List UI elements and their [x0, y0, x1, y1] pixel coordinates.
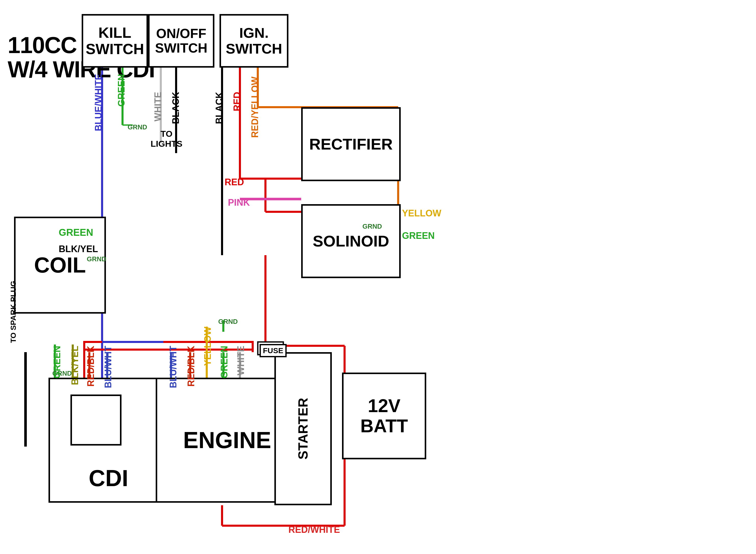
wire-label-yellow-solinoid: YELLOW	[402, 208, 441, 219]
battery-box: 12V BATT	[342, 373, 426, 459]
to-lights-label: TOLIGHTS	[151, 129, 182, 149]
wire-label-green-kill: GREEN	[116, 74, 127, 107]
wire-label-blkyel-coil: BLK/YEL	[59, 244, 98, 255]
engine-wire-green: GREEN	[219, 346, 230, 378]
ign-switch-label: IGN. SWITCH	[226, 25, 282, 56]
wire-label-white-onoff: WHITE	[153, 92, 163, 121]
wire-label-red-horizontal: RED	[225, 177, 244, 187]
onoff-switch-box: ON/OFF SWITCH	[148, 14, 214, 68]
engine-wire-white: WHITE	[235, 346, 246, 375]
wire-label-red-yellow: RED/YELLOW	[250, 76, 260, 138]
wire-label-blue-white: BLUE/WHITE	[93, 74, 104, 131]
rectifier-box: RECTIFIER	[301, 107, 401, 181]
engine-wire-redblk: RED/BLK	[186, 346, 197, 387]
grnd-label-kill-green: GRND	[127, 123, 147, 131]
grnd-label-solinoid: GRND	[363, 223, 382, 230]
coil-label: COIL	[34, 253, 86, 277]
kill-switch-box: KILL SWITCH	[82, 14, 148, 68]
kill-switch-label: KILL SWITCH	[86, 24, 144, 57]
wire-label-green-coil: GREEN	[59, 227, 93, 238]
starter-label: STARTER	[296, 398, 310, 459]
engine-wire-yellow: YELLOW	[202, 327, 213, 366]
cdi-wire-bluwht: BLU/WHT	[103, 346, 114, 388]
fuse-label: FUSE	[260, 344, 287, 357]
ign-switch-box: IGN. SWITCH	[219, 14, 288, 68]
cdi-box: CDI	[49, 378, 168, 503]
onoff-switch-label: ON/OFF SWITCH	[155, 26, 207, 55]
wire-label-red-white-bottom: RED/WHITE	[288, 524, 340, 535]
cdi-label: CDI	[50, 466, 167, 491]
battery-label: 12V BATT	[360, 396, 408, 436]
wiring-diagram: 110CC GO KART W/4 WIRE CDI KILL SWITCH O…	[0, 0, 756, 554]
rectifier-label: RECTIFIER	[309, 135, 392, 153]
engine-label: ENGINE	[183, 428, 271, 453]
solinoid-box: SOLINOID	[301, 204, 401, 278]
cdi-wire-blkyel: BLK/YEL	[70, 346, 80, 385]
solinoid-label: SOLINOID	[313, 232, 389, 250]
cdi-wire-green: GREEN	[52, 346, 62, 378]
cdi-wire-redblk: RED/BLK	[86, 346, 96, 387]
wire-label-red-ign: RED	[232, 92, 242, 111]
grnd-label-engine: GRND	[218, 318, 238, 326]
wire-label-green-solinoid: GREEN	[402, 230, 435, 241]
wire-label-black-onoff: BLACK	[170, 92, 181, 124]
starter-box: STARTER	[274, 352, 332, 505]
wire-label-black-ign: BLACK	[214, 92, 225, 124]
wire-label-pink: PINK	[228, 197, 250, 208]
grnd-label-coil: GRND	[87, 255, 106, 263]
to-spark-plug-label: TO SPARK PLUG	[9, 281, 18, 343]
engine-wire-bluwht: BLU/WHT	[168, 346, 179, 388]
